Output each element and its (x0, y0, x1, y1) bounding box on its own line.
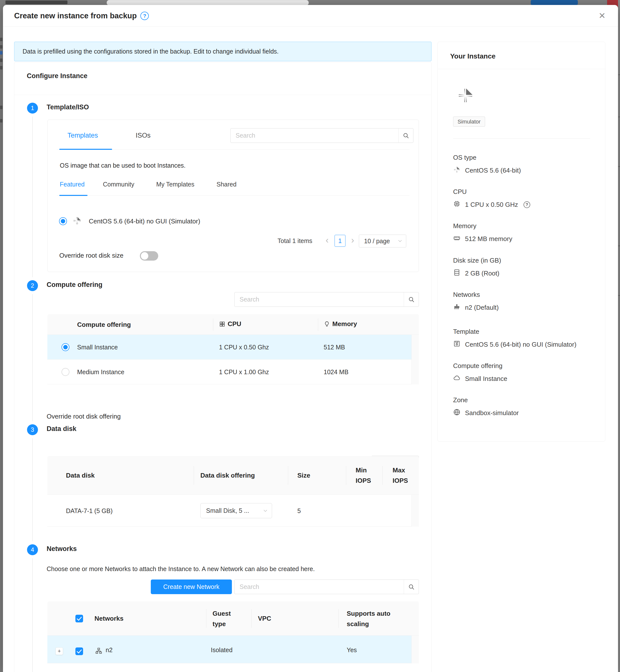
search-icon[interactable] (398, 128, 413, 143)
network-icon (95, 647, 102, 656)
backdrop-text-fragment (0, 51, 2, 55)
step-4-badge: 4 (27, 544, 38, 555)
your-instance-card: Your Instance Simulator OS type CentOS 5… (437, 42, 605, 442)
create-instance-modal: Create new instance from backup ? ✕ Data… (3, 5, 618, 672)
networks-table-header: Networks Guest type VPC Supports auto sc… (47, 601, 419, 635)
col-compute-offering: Compute offering (77, 321, 131, 328)
networks-search (235, 579, 419, 594)
filter-featured[interactable]: Featured (60, 181, 85, 188)
configure-instance-card: Configure Instance 1 Template/ISO Templa… (14, 62, 431, 672)
compute-row-medium[interactable]: Medium Instance 1 CPU x 1.00 Ghz 1024 MB (47, 360, 419, 384)
select-all-checkbox[interactable] (75, 615, 83, 622)
override-root-disk-size-label: Override root disk size (59, 252, 123, 259)
template-label: Template (453, 328, 479, 335)
step-2-badge: 2 (27, 280, 38, 291)
col-auto-scaling: Supports auto scaling (347, 608, 399, 629)
data-disk-row[interactable]: DATA-7-1 (5 GB) Small Disk, 5 ... 5 (47, 495, 419, 527)
disk-offering-select[interactable]: Small Disk, 5 ... (200, 503, 272, 518)
page-size-select[interactable]: 10 / page (359, 235, 406, 248)
networks-table: Networks Guest type VPC Supports auto sc… (47, 601, 419, 663)
table-scrollbar-gutter[interactable] (411, 335, 419, 384)
divider (288, 466, 288, 485)
step-2-title: Compute offering (47, 281, 102, 289)
cpu-help-icon[interactable]: ? (523, 201, 530, 208)
centos-icon (453, 166, 461, 175)
modal-title: Create new instance from backup (14, 11, 137, 20)
divider (14, 95, 431, 95)
col-data-disk-offering: Data disk offering (200, 472, 255, 479)
filter-shared[interactable]: Shared (216, 181, 237, 188)
template-panel: Templates ISOs OS image that can be used… (47, 119, 419, 272)
compute-radio-medium[interactable] (61, 368, 69, 376)
backdrop-text-fragment (0, 45, 2, 49)
divider (338, 609, 339, 628)
memory-bulb-icon (324, 321, 330, 327)
backdrop-text-fragment (0, 58, 2, 62)
backdrop-text-fragment (0, 119, 2, 122)
divider (206, 609, 206, 628)
col-max-iops: Max IOPS (393, 465, 415, 486)
memory-value: 512 MB memory (465, 235, 512, 243)
divider (194, 466, 194, 485)
simulator-tag: Simulator (453, 116, 485, 127)
step-rail (32, 558, 33, 672)
compute-search (235, 292, 419, 307)
next-page-icon[interactable]: › (351, 236, 354, 245)
override-root-disk-size-toggle[interactable] (140, 251, 158, 261)
backdrop-line (618, 295, 620, 296)
backdrop-text-fragment (0, 66, 2, 69)
backdrop-line (618, 74, 620, 75)
backdrop-line (618, 116, 620, 117)
cell-memory: 512 MB (324, 344, 345, 351)
template-description: OS image that can be used to boot Instan… (60, 162, 186, 169)
table-scrollbar-gutter[interactable] (411, 635, 419, 663)
backdrop-text-fragment (0, 38, 2, 41)
close-icon[interactable]: ✕ (599, 11, 606, 20)
expand-row-icon[interactable]: + (56, 648, 63, 655)
tab-isos[interactable]: ISOs (136, 132, 151, 139)
col-guest-type: Guest type (212, 608, 240, 629)
compute-offering-value: Small Instance (465, 375, 507, 382)
cell-network-name: n2 (106, 647, 113, 654)
cpu-label: CPU (453, 188, 467, 196)
override-root-disk-offering-label: Override root disk offering (47, 413, 121, 420)
networks-value-row: n2 (Default) (453, 303, 499, 312)
col-size: Size (297, 472, 310, 479)
filter-inkbar (59, 195, 88, 196)
prev-page-icon[interactable]: ‹ (326, 236, 328, 245)
template-radio[interactable] (59, 217, 67, 225)
compute-row-small[interactable]: Small Instance 1 CPU x 0.50 Ghz 512 MB (47, 335, 419, 360)
backdrop-button (531, 0, 578, 5)
search-icon[interactable] (404, 292, 419, 307)
zone-value: Sandbox-simulator (465, 409, 519, 417)
compute-offering-label: Compute offering (453, 362, 503, 370)
backdrop-text-fragment (0, 106, 2, 109)
create-new-network-button[interactable]: Create new Network (151, 579, 232, 594)
filter-divider (57, 195, 409, 196)
modal-header: Create new instance from backup ? ✕ (3, 5, 618, 27)
help-icon[interactable]: ? (140, 12, 149, 20)
step-rail (32, 438, 33, 541)
compute-offering-table: Compute offering CPU Memory Small Instan… (47, 314, 419, 384)
compute-radio-small[interactable] (61, 343, 69, 351)
search-icon[interactable] (404, 580, 419, 594)
template-option-label[interactable]: CentOS 5.6 (64-bit) no GUI (Simulator) (89, 217, 200, 225)
template-pagination-total: Total 1 items (277, 237, 312, 245)
template-value: CentOS 5.6 (64-bit) no GUI (Simulator) (465, 341, 576, 348)
disk-icon (453, 269, 461, 278)
template-search-input[interactable] (230, 128, 398, 143)
compute-search-input[interactable] (235, 292, 404, 307)
data-disk-table-header: Data disk Data disk offering Size Min IO… (47, 456, 419, 495)
filter-community[interactable]: Community (103, 181, 134, 188)
table-scrollbar-gutter[interactable] (411, 495, 419, 527)
filter-my-templates[interactable]: My Templates (156, 181, 195, 188)
network-row-n2[interactable]: + n2 Isolated Yes (47, 635, 419, 663)
networks-description: Choose one or more Networks to attach th… (47, 565, 315, 573)
network-n2-checkbox[interactable] (75, 648, 83, 655)
cloud-icon (453, 374, 461, 383)
networks-search-input[interactable] (235, 580, 404, 594)
page-1-button[interactable]: 1 (334, 235, 346, 247)
tab-templates[interactable]: Templates (67, 132, 98, 139)
networks-value: n2 (Default) (465, 304, 499, 311)
disk-size-value: 2 GB (Root) (465, 269, 500, 277)
